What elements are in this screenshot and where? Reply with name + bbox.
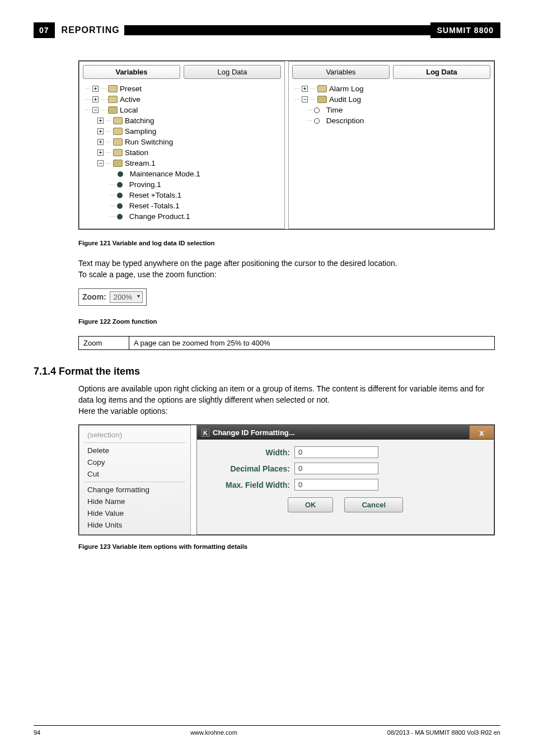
folder-icon [113,149,123,156]
leaf-icon [117,182,123,188]
chapter-number: 07 [34,26,55,35]
context-menu: (selection) Delete Copy Cut Change forma… [79,425,191,535]
cancel-button[interactable]: Cancel [344,497,403,512]
expand-icon[interactable]: + [97,139,104,145]
menu-cut[interactable]: Cut [82,468,188,480]
logdata-panel: Variables Log Data ⋯+⋯Alarm Log ⋯−⋯Audit… [288,61,494,229]
tree-item[interactable]: Maintenance Mode.1 [130,170,200,178]
footer-url: www.krohne.com [190,729,237,736]
page-header: 07 REPORTING SUMMIT 8800 [34,22,500,38]
variables-panel: Variables Log Data ⋯+⋯Preset ⋯+⋯Active ⋯… [79,61,285,229]
tree-item[interactable]: Station [125,148,148,157]
menu-delete[interactable]: Delete [82,445,188,456]
zoom-dropdown[interactable]: 200% [110,291,143,303]
max-field-width-label: Max. Field Width: [206,480,290,489]
leaf-icon [117,193,123,198]
collapse-icon[interactable]: − [97,160,104,166]
leaf-icon [314,108,320,113]
tree-item[interactable]: Stream.1 [125,159,156,167]
expand-icon[interactable]: + [97,150,104,156]
menu-change-formatting[interactable]: Change formatting [82,484,188,496]
tree-item[interactable]: Run Switching [125,138,173,146]
tree-item[interactable]: Audit Log [329,95,361,104]
body-text: Options are available upon right clickin… [78,383,495,417]
page-footer: 94 www.krohne.com 08/2013 - MA SUMMIT 88… [34,725,500,736]
zoom-table-name: Zoom [79,336,129,349]
leaf-icon [314,118,320,124]
product-name: SUMMIT 8800 [430,22,500,38]
tree-item[interactable]: Active [120,95,140,104]
folder-icon [113,128,123,135]
header-divider [124,25,430,35]
tab-variables[interactable]: Variables [292,65,390,79]
max-field-width-input[interactable]: 0 [294,479,378,491]
dialog-title-text: Change ID Formatting... [213,428,295,437]
figure-122-caption: Figure 122 Zoom function [78,318,495,325]
close-button[interactable]: x [469,426,494,439]
figure-121-caption: Figure 121 Variable and log data ID sele… [78,240,495,246]
tree-item[interactable]: Sampling [125,127,156,136]
expand-icon[interactable]: + [302,86,308,92]
expand-icon[interactable]: + [97,128,104,134]
folder-icon [108,96,118,103]
format-options-row: (selection) Delete Copy Cut Change forma… [78,424,495,535]
change-id-formatting-dialog: K Change ID Formatting... x Width: 0 Dec… [196,425,494,535]
zoom-table-desc: A page can be zoomed from 25% to 400% [129,336,495,349]
menu-hide-value[interactable]: Hide Value [82,507,188,519]
tree-item[interactable]: Proving.1 [129,180,161,189]
folder-open-icon [108,106,118,114]
expand-icon[interactable]: + [92,96,99,102]
decimal-places-input[interactable]: 0 [294,463,378,474]
tree-item[interactable]: Description [326,116,364,125]
leaf-icon [118,171,123,177]
tree-item[interactable]: Alarm Log [329,85,364,93]
folder-open-icon [113,160,123,167]
folder-open-icon [317,96,327,103]
collapse-icon[interactable]: − [92,107,99,113]
tree-item[interactable]: Time [326,106,343,114]
tree-item[interactable]: Local [120,106,138,114]
tree-item[interactable]: Batching [125,116,154,125]
folder-icon [317,85,327,92]
tree-item[interactable]: Change Product.1 [129,212,190,221]
dialog-titlebar: K Change ID Formatting... [197,426,494,440]
decimal-places-label: Decimal Places: [206,464,290,473]
zoom-control: Zoom: 200% [78,288,147,306]
tab-logdata[interactable]: Log Data [184,65,281,79]
zoom-label: Zoom: [82,292,106,301]
tree-item[interactable]: Reset +Totals.1 [129,191,181,199]
expand-icon[interactable]: + [92,86,99,92]
leaf-icon [117,203,123,209]
leaf-icon [117,214,123,220]
menu-copy[interactable]: Copy [82,456,188,468]
folder-icon [113,138,123,146]
folder-icon [113,117,123,124]
chapter-box: 07 [34,22,55,38]
width-label: Width: [206,448,290,457]
tree-panels: Variables Log Data ⋯+⋯Preset ⋯+⋯Active ⋯… [78,60,495,230]
section-heading: 7.1.4 Format the items [34,366,495,377]
app-icon: K [202,429,209,437]
expand-icon[interactable]: + [97,118,104,124]
footer-doc: 08/2013 - MA SUMMIT 8800 Vol3 R02 en [387,729,500,736]
folder-icon [108,85,118,92]
chapter-title: REPORTING [57,22,124,38]
width-input[interactable]: 0 [294,446,378,458]
zoom-table: Zoom A page can be zoomed from 25% to 40… [78,336,495,350]
page-number: 94 [34,729,40,736]
menu-selection: (selection) [82,429,188,441]
tree-item[interactable]: Preset [120,85,142,93]
menu-hide-units[interactable]: Hide Units [82,519,188,531]
ok-button[interactable]: OK [288,497,334,512]
tab-logdata[interactable]: Log Data [393,65,490,79]
menu-hide-name[interactable]: Hide Name [82,496,188,507]
collapse-icon[interactable]: − [302,96,308,102]
tab-variables[interactable]: Variables [83,65,180,79]
figure-123-caption: Figure 123 Variable item options with fo… [78,543,495,550]
tree-item[interactable]: Reset -Totals.1 [129,202,180,210]
body-text: Text may be typed anywhere on the page a… [78,258,495,281]
